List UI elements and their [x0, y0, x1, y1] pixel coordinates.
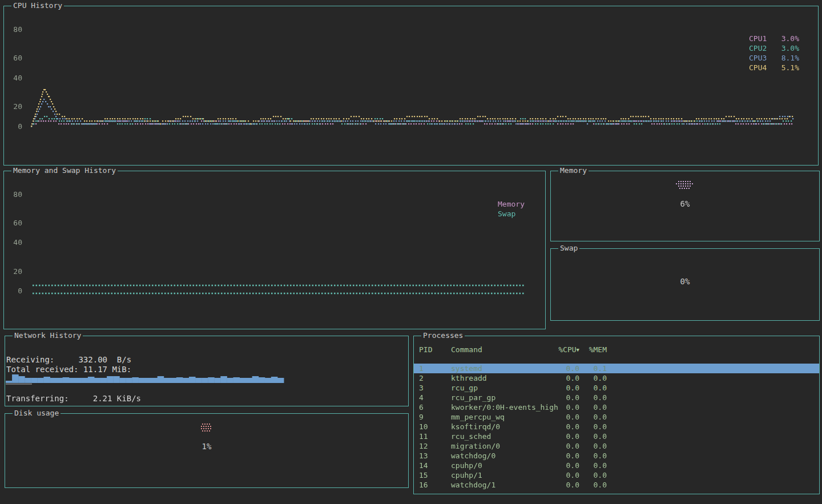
cell-command: rcu_gp [451, 383, 478, 393]
cell-mem: 0.0 [581, 422, 607, 432]
cell-pid: 11 [419, 432, 428, 441]
y-axis-tick: 0 [8, 122, 22, 131]
legend-value: 8.1% [774, 53, 799, 63]
y-axis-tick: 40 [8, 74, 22, 82]
y-axis-tick: 80 [8, 190, 22, 199]
y-axis-tick: 80 [8, 25, 22, 34]
cell-pid: 16 [419, 480, 428, 490]
panel-title: Disk usage [13, 409, 61, 418]
cell-cpu: 0.0 [539, 402, 579, 412]
cell-command: rcu_par_gp [451, 393, 495, 402]
cell-command: rcu_sched [451, 432, 491, 441]
memory-swap-legend: Memory Swap [498, 199, 525, 219]
cell-pid: 14 [419, 461, 428, 470]
memory-usage-percent: 6% [551, 199, 819, 208]
cell-command: migration/0 [451, 441, 500, 451]
transferring-line: Transferring: 2.21 KiB/s [6, 394, 141, 403]
table-row[interactable]: 13watchdog/00.00.0 [414, 451, 819, 461]
swap-panel: Swap 0% [550, 248, 820, 321]
cell-mem: 0.1 [581, 364, 607, 373]
cell-pid: 1 [419, 364, 424, 373]
cell-mem: 0.0 [581, 461, 607, 470]
cell-cpu: 0.0 [539, 412, 579, 422]
cell-mem: 0.0 [581, 373, 607, 383]
cell-pid: 13 [419, 451, 428, 461]
panel-title: Memory [558, 166, 589, 175]
header-cpu[interactable]: %CPU▼ [539, 345, 579, 355]
y-axis-tick: 60 [8, 54, 22, 62]
table-row[interactable]: 12migration/00.00.0 [414, 441, 819, 451]
cpu-history-chart [4, 6, 818, 165]
y-axis-tick: 20 [8, 267, 22, 276]
cell-command: systemd [451, 364, 482, 373]
cell-cpu: 0.0 [539, 393, 579, 402]
system-monitor-screen: { "colors": { "bg": "#272727", "border":… [0, 0, 822, 504]
process-table-body: 1systemd0.00.12kthreadd0.00.03rcu_gp0.00… [414, 364, 819, 490]
y-axis-tick: 60 [8, 219, 22, 227]
cell-command: cpuhp/0 [451, 461, 482, 470]
cell-cpu: 0.0 [539, 451, 579, 461]
cpu-history-panel: CPU History 806040200 CPU1 3.0% CPU2 3.0… [3, 6, 819, 166]
cell-mem: 0.0 [581, 432, 607, 441]
legend-value: 3.0% [774, 34, 799, 43]
cell-mem: 0.0 [581, 383, 607, 393]
legend-label: Swap [498, 209, 525, 219]
disk-usage-percent: 1% [5, 442, 408, 451]
cell-cpu: 0.0 [539, 480, 579, 490]
cell-mem: 0.0 [581, 480, 607, 490]
cell-cpu: 0.0 [539, 470, 579, 480]
process-table-header: PID Command %CPU▼ %MEM [414, 345, 819, 354]
table-row[interactable]: 9mm_percpu_wq0.00.0 [414, 412, 819, 422]
cell-command: kthreadd [451, 373, 487, 383]
cell-pid: 6 [419, 402, 424, 412]
memory-swap-chart [4, 171, 545, 329]
table-row[interactable]: 6kworker/0:0H-events_high0.00.0 [414, 402, 819, 412]
table-row[interactable]: 2kthreadd0.00.0 [414, 373, 819, 383]
cell-pid: 3 [419, 383, 424, 393]
cell-pid: 9 [419, 412, 424, 422]
cell-cpu: 0.0 [539, 373, 579, 383]
memory-panel: Memory 6% [550, 171, 820, 241]
cell-command: cpuhp/1 [451, 470, 482, 480]
cell-cpu: 0.0 [539, 422, 579, 432]
cell-pid: 15 [419, 470, 428, 480]
cell-mem: 0.0 [581, 393, 607, 402]
legend-row: CPU4 5.1% [749, 63, 799, 72]
swap-usage-percent: 0% [551, 277, 819, 286]
table-row[interactable]: 14cpuhp/00.00.0 [414, 461, 819, 470]
cell-pid: 4 [419, 393, 424, 402]
cell-command: watchdog/1 [451, 480, 495, 490]
table-row[interactable]: 15cpuhp/10.00.0 [414, 470, 819, 480]
cell-mem: 0.0 [581, 451, 607, 461]
legend-value: 5.1% [774, 63, 799, 72]
panel-title: Swap [558, 244, 579, 253]
cell-mem: 0.0 [581, 441, 607, 451]
processes-panel: Processes PID Command %CPU▼ %MEM 1system… [413, 336, 820, 494]
table-row[interactable]: 11rcu_sched0.00.0 [414, 432, 819, 441]
memory-usage-dots-icon [676, 181, 694, 190]
sort-desc-icon: ▼ [577, 347, 579, 353]
disk-usage-dots-icon [201, 424, 212, 433]
legend-label: CPU1 [749, 34, 774, 43]
cell-cpu: 0.0 [539, 461, 579, 470]
table-row[interactable]: 16watchdog/10.00.0 [414, 480, 819, 490]
header-command[interactable]: Command [451, 345, 482, 354]
cell-command: ksoftirqd/0 [451, 422, 500, 432]
header-mem[interactable]: %MEM [581, 345, 607, 354]
table-row[interactable]: 1systemd0.00.1 [414, 364, 819, 373]
cell-cpu: 0.0 [539, 432, 579, 441]
cell-mem: 0.0 [581, 402, 607, 412]
y-axis-tick: 0 [8, 287, 22, 295]
table-row[interactable]: 4rcu_par_gp0.00.0 [414, 393, 819, 402]
legend-label: CPU2 [749, 43, 774, 53]
legend-label: CPU4 [749, 63, 774, 72]
cell-command: watchdog/0 [451, 451, 495, 461]
cell-pid: 12 [419, 441, 428, 451]
legend-label: CPU3 [749, 53, 774, 63]
memory-swap-history-panel: Memory and Swap History 806040200 Memory… [3, 171, 546, 329]
header-pid[interactable]: PID [419, 345, 432, 354]
panel-title: Processes [421, 331, 465, 340]
table-row[interactable]: 10ksoftirqd/00.00.0 [414, 422, 819, 432]
legend-label: Memory [498, 199, 525, 209]
table-row[interactable]: 3rcu_gp0.00.0 [414, 383, 819, 393]
